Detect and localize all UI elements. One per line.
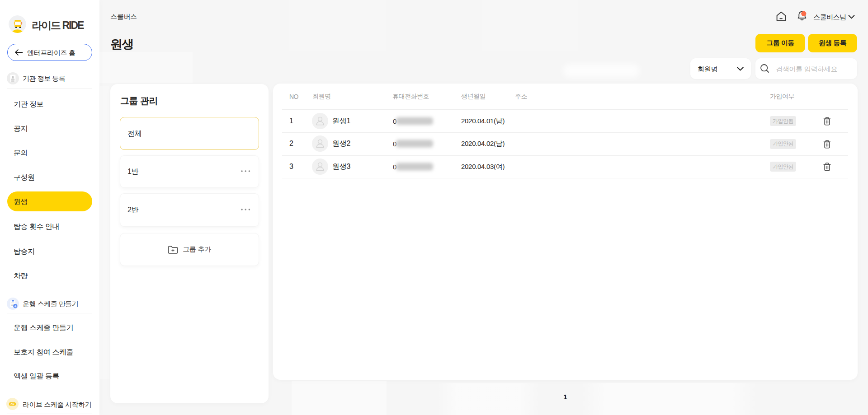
svg-text:ON: ON xyxy=(10,402,14,405)
